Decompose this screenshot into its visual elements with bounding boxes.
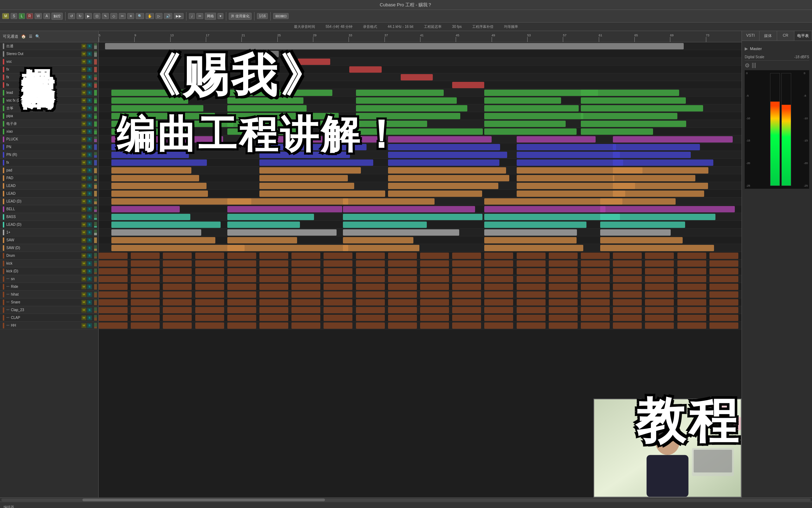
track-solo-btn[interactable]: S — [87, 207, 92, 212]
clip[interactable] — [709, 299, 738, 306]
clip[interactable] — [613, 136, 733, 143]
clip[interactable] — [259, 291, 288, 298]
tab-media[interactable]: 媒体 — [759, 31, 777, 41]
clip[interactable] — [581, 113, 677, 119]
clip[interactable] — [420, 307, 449, 313]
track-mute-btn[interactable]: M — [81, 137, 86, 142]
clip[interactable] — [452, 299, 481, 306]
clip[interactable] — [549, 260, 578, 267]
clip[interactable] — [111, 183, 207, 189]
clip[interactable] — [105, 43, 684, 49]
clip[interactable] — [645, 322, 674, 329]
clip[interactable] — [291, 322, 320, 329]
clip[interactable] — [581, 97, 686, 104]
track-row[interactable]: 古筝 M S — [0, 104, 98, 112]
clip[interactable] — [420, 315, 449, 321]
track-row[interactable]: PN M S — [0, 143, 98, 151]
clip[interactable] — [163, 322, 192, 329]
clip[interactable] — [131, 291, 160, 298]
clip[interactable] — [549, 253, 578, 259]
clip[interactable] — [195, 284, 224, 290]
clip[interactable] — [259, 253, 288, 259]
clip[interactable] — [195, 322, 224, 329]
clip[interactable] — [420, 299, 449, 306]
track-mute-btn[interactable]: M — [81, 277, 86, 282]
clip[interactable] — [613, 291, 642, 298]
clip[interactable] — [131, 299, 160, 306]
clip[interactable] — [581, 253, 610, 259]
track-mute-btn[interactable]: M — [81, 292, 86, 297]
tracks-search-btn[interactable]: 🔍 — [35, 34, 40, 39]
clip[interactable] — [677, 307, 706, 313]
clip[interactable] — [613, 268, 642, 274]
track-row[interactable]: LEAD (D) M S — [0, 198, 98, 205]
clip[interactable] — [111, 229, 201, 236]
track-row[interactable]: 〰 Snare M S — [0, 298, 98, 306]
track-mute-btn[interactable]: M — [81, 284, 86, 289]
clip[interactable] — [163, 276, 192, 282]
clip[interactable] — [452, 82, 484, 88]
clip[interactable] — [677, 276, 706, 282]
track-row[interactable]: BASS M S — [0, 213, 98, 221]
clip[interactable] — [227, 214, 314, 220]
clip[interactable] — [259, 152, 350, 158]
clip[interactable] — [259, 284, 288, 290]
track-mute-btn[interactable]: M — [81, 183, 86, 188]
clip[interactable] — [549, 268, 578, 274]
clip[interactable] — [111, 167, 191, 174]
track-row[interactable]: LEAD M S — [0, 190, 98, 198]
clip[interactable] — [99, 284, 128, 290]
track-mute-btn[interactable]: M — [81, 261, 86, 266]
clip[interactable] — [420, 276, 449, 282]
clip[interactable] — [111, 245, 244, 251]
toolbar-a-btn[interactable]: A — [43, 13, 50, 19]
track-row[interactable]: SAW (D) M S — [0, 244, 98, 252]
clip[interactable] — [600, 206, 735, 212]
track-row[interactable]: fx M S — [0, 73, 98, 81]
clip[interactable] — [388, 260, 417, 267]
track-row[interactable]: 〰 HH M S — [0, 322, 98, 329]
track-mute-btn[interactable]: M — [81, 207, 86, 212]
tool-play[interactable]: ▷ — [155, 13, 162, 19]
tool-speaker[interactable]: 🔊 — [164, 13, 172, 19]
track-row[interactable]: xiao M S — [0, 128, 98, 135]
track-solo-btn[interactable]: S — [87, 52, 92, 56]
clip[interactable] — [452, 268, 481, 274]
clip[interactable] — [388, 159, 500, 166]
clip[interactable] — [227, 291, 256, 298]
track-solo-btn[interactable]: S — [87, 176, 92, 181]
clip[interactable] — [709, 307, 738, 313]
clip[interactable] — [388, 175, 510, 181]
clip[interactable] — [343, 214, 482, 220]
clip[interactable] — [259, 260, 288, 267]
clip[interactable] — [259, 136, 385, 143]
clip[interactable] — [131, 276, 160, 282]
clip[interactable] — [709, 322, 738, 329]
clip[interactable] — [111, 237, 215, 243]
clip[interactable] — [259, 159, 373, 166]
clip[interactable] — [517, 253, 546, 259]
clip[interactable] — [99, 307, 128, 313]
clip[interactable] — [343, 237, 413, 243]
track-solo-btn[interactable]: S — [87, 300, 92, 305]
clip[interactable] — [356, 97, 457, 104]
toolbar-s-btn[interactable]: S — [11, 13, 17, 19]
clip[interactable] — [613, 284, 642, 290]
track-row[interactable]: voc M S — [0, 58, 98, 66]
clip[interactable] — [324, 284, 352, 290]
clip[interactable] — [227, 237, 297, 243]
clip[interactable] — [291, 307, 320, 313]
track-row[interactable]: 电子录 M S — [0, 120, 98, 128]
track-solo-btn[interactable]: S — [87, 90, 92, 95]
clip[interactable] — [195, 307, 224, 313]
track-row[interactable]: fx M S — [0, 81, 98, 89]
clip[interactable] — [111, 214, 190, 220]
clip[interactable] — [581, 284, 610, 290]
clip[interactable] — [259, 299, 288, 306]
clip[interactable] — [343, 245, 419, 251]
clip[interactable] — [388, 144, 500, 150]
clip[interactable] — [388, 322, 417, 329]
clip[interactable] — [259, 175, 348, 181]
track-solo-btn[interactable]: S — [87, 214, 92, 219]
clip[interactable] — [484, 291, 513, 298]
